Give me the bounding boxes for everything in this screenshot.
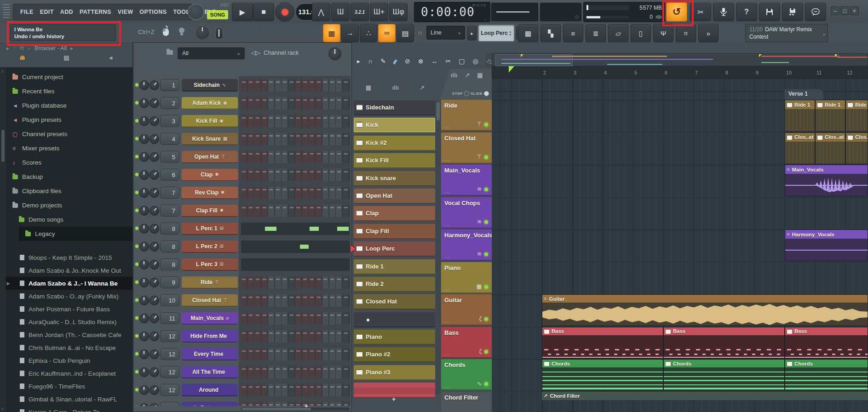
stop-button[interactable]: ■ (253, 3, 274, 21)
channel-filter-dropdown[interactable]: All▸ (178, 47, 245, 59)
countdown-button[interactable]: 3.2.1 (351, 3, 369, 21)
channel-enable-led[interactable] (135, 352, 138, 355)
browser-category-item[interactable]: Demo songs (12, 212, 132, 227)
channel-step-sequencer[interactable] (241, 151, 350, 163)
track-enable-led[interactable] (484, 252, 488, 256)
channel-button[interactable]: L Perc 2 ⊞ (182, 240, 238, 253)
picker-tab-automation[interactable]: ↗ (420, 84, 425, 91)
channel-enable-led[interactable] (135, 263, 138, 266)
slip-tool-icon[interactable]: ↔ (431, 57, 438, 65)
channel-enable-led[interactable] (135, 119, 138, 122)
channel-button[interactable]: Sidechain ∿ (182, 79, 238, 92)
channel-pan-knob[interactable] (139, 314, 149, 323)
cut-tool-button[interactable]: ✂ (690, 3, 711, 21)
track-header[interactable]: Bass ... ζ (441, 327, 492, 358)
channel-volume-knob[interactable] (149, 332, 159, 341)
time-display-panel[interactable]: 0:00:00 M:S:CS ⌄ (414, 2, 490, 22)
main-volume-knob[interactable] (188, 4, 204, 20)
browser-category-item[interactable]: ▢ Channel presets (6, 127, 132, 141)
mute-tool-icon[interactable]: ⊗ (418, 57, 424, 65)
save-new-version-button[interactable] (782, 3, 803, 21)
pattern-grip-icon[interactable] (356, 263, 362, 269)
browser-file-item[interactable]: Adam Szabo & Jo..Knock Me Out (6, 264, 132, 277)
graph-slide-icon[interactable]: ↗ (465, 72, 470, 79)
channel-mixer-track-box[interactable]: 1 (160, 79, 179, 91)
track-enable-led[interactable] (484, 123, 488, 126)
rack-horizontal-scrollbar[interactable] (241, 407, 350, 411)
channel-button[interactable]: Kick Snare ▩ (182, 133, 238, 145)
menu-item[interactable]: PATTERNS (76, 9, 115, 15)
select-tool-icon[interactable]: ▢ (459, 57, 465, 65)
channel-pan-knob[interactable] (139, 188, 149, 198)
browser-file-item[interactable]: Fuego96 - TimeFlies (6, 380, 132, 393)
browser-category-item[interactable]: ◄ Plugin presets (6, 113, 132, 127)
channel-enable-led[interactable] (135, 227, 138, 230)
channel-pan-knob[interactable] (139, 349, 149, 359)
browser-refresh-icon[interactable]: ⟲ (19, 45, 24, 52)
track-options-dots[interactable]: ... (444, 157, 449, 162)
channel-step-sequencer[interactable] (241, 294, 350, 307)
channel-step-sequencer[interactable] (241, 366, 350, 378)
picker-pattern-item[interactable]: Ride 1 (354, 259, 435, 275)
browser-file-item[interactable]: Adam Szabo & J..- I Wanna Be (6, 277, 132, 290)
pattern-clip-bass[interactable]: Bass (542, 327, 663, 359)
channel-volume-knob[interactable] (149, 385, 159, 395)
metronome-monitor-icon[interactable]: ∩ (418, 29, 422, 36)
channel-enable-led[interactable] (135, 280, 138, 284)
channel-pan-knob[interactable] (139, 152, 149, 162)
track-header[interactable]: Guitar ... ζ (441, 294, 492, 326)
channel-step-sequencer[interactable] (241, 258, 350, 271)
browser-tab-audio[interactable]: ıllı (0, 54, 44, 67)
pattern-grip-icon[interactable] (356, 369, 362, 375)
track-enable-led[interactable] (484, 350, 488, 354)
pattern-spinner[interactable]: ▲▼ (509, 30, 512, 36)
track-options-dots[interactable]: ... (444, 124, 449, 129)
record-button[interactable] (275, 2, 294, 22)
pattern-grip-icon[interactable] (356, 175, 362, 181)
channel-volume-knob[interactable] (149, 116, 159, 126)
pattern-selector-value[interactable]: Loop Perc (481, 30, 508, 36)
picker-pattern-item[interactable]: Clap (354, 206, 435, 221)
picker-tab-audio[interactable]: ıllı (392, 84, 398, 91)
channel-step-sequencer[interactable] (241, 133, 350, 145)
rack-volume-knob[interactable] (328, 47, 341, 60)
browser-category-item[interactable]: Recent files (6, 84, 132, 98)
browser-category-item[interactable]: Legacy (19, 227, 132, 241)
track-enable-led[interactable] (484, 155, 488, 159)
browser-file-item[interactable]: Kieron A Gore - Return To (6, 406, 132, 412)
picker-scrollbar[interactable] (436, 100, 441, 395)
save-button[interactable] (759, 3, 780, 21)
channel-enable-led[interactable] (135, 101, 138, 104)
channel-enable-led[interactable] (135, 209, 138, 212)
delete-tool-icon[interactable]: ⊘ (405, 57, 410, 65)
channel-mixer-track-box[interactable]: 9 (160, 276, 179, 288)
browser-category-item[interactable]: ≡ Mixer presets (6, 141, 132, 155)
browser-tab-plugins[interactable]: ◄ (88, 54, 132, 67)
playlist-options-arrow-icon[interactable]: ▸ (357, 57, 360, 65)
channel-enable-led[interactable] (135, 316, 138, 320)
browser-category-item[interactable]: Current project (6, 70, 132, 84)
pattern-clip-closedhat[interactable]: Clos..at (815, 132, 845, 164)
pattern-clip-chords[interactable]: Chords (542, 359, 663, 391)
channel-mixer-track-box[interactable]: 3 (160, 115, 179, 127)
track-options-dots[interactable]: ... (444, 286, 449, 292)
picker-pattern-item[interactable]: Loop Perc (354, 241, 435, 257)
pencil-tool-icon[interactable]: ✎ (380, 57, 386, 65)
browser-file-item[interactable]: AuraQualic - D..L Studio Remix) (6, 315, 132, 328)
channel-step-sequencer[interactable] (241, 97, 350, 109)
channel-volume-knob[interactable] (149, 98, 159, 108)
channel-volume-knob[interactable] (149, 349, 159, 359)
pattern-clip-closedhat[interactable]: Clos..at (785, 132, 815, 164)
picker-pattern-item[interactable]: Piano #2 (354, 347, 435, 362)
window-toggle-button[interactable]: Ψ (653, 24, 673, 42)
pattern-grip-icon[interactable] (356, 281, 362, 287)
step-overdub-button[interactable]: Шφ (389, 3, 408, 21)
browser-file-item[interactable]: Ephixa - Club Penguin (6, 354, 132, 367)
channel-step-sequencer[interactable] (241, 115, 350, 127)
hint-target-knob[interactable] (195, 25, 210, 40)
play-button[interactable]: ▶ (232, 3, 253, 21)
channel-button[interactable]: Main_Vocals ⌀ (182, 312, 238, 325)
window-toggle-button[interactable]: ⌗ (676, 24, 696, 43)
window-toggle-button[interactable]: » (698, 24, 719, 42)
picker-pattern-item[interactable]: Piano #3 (354, 365, 435, 380)
